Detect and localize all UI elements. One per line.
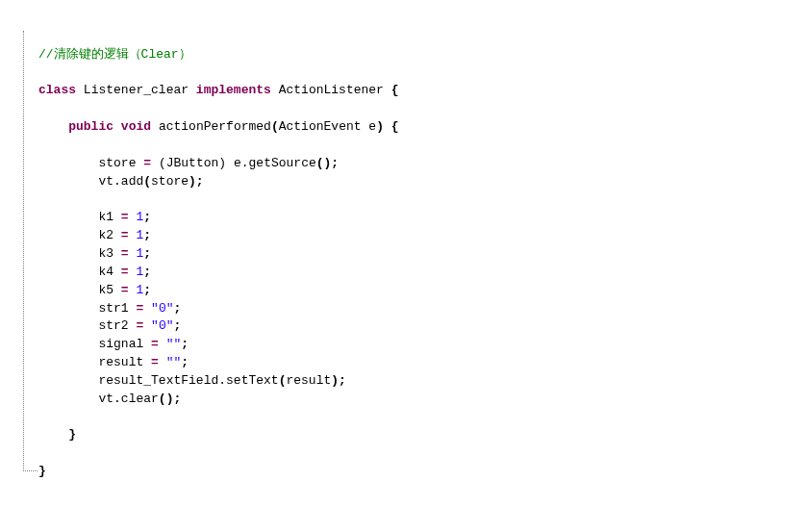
semicolon: ; (181, 337, 189, 351)
semicolon: ; (143, 228, 151, 242)
keyword-class: class (38, 83, 76, 97)
var-str2: str2 (98, 318, 128, 333)
semicolon: ; (143, 283, 151, 297)
expr: result_TextField.setText (98, 373, 278, 388)
semicolon: ; (143, 210, 151, 224)
brace-close: } (68, 427, 76, 442)
code-block: //清除键的逻辑（Clear） class Listener_clear imp… (0, 0, 805, 491)
str-literal: "" (166, 355, 182, 369)
call: (); (316, 156, 339, 170)
str-literal: "" (166, 337, 182, 351)
paren-open: ( (143, 174, 151, 189)
assign-op: = (151, 337, 159, 351)
paren-close: ); (331, 373, 346, 388)
assign-op: = (143, 156, 151, 170)
assign-op: = (151, 355, 159, 369)
class-name: Listener_clear (84, 83, 189, 97)
var-k4: k4 (98, 265, 113, 279)
semicolon: ; (173, 318, 181, 333)
expr: e.getSource (234, 156, 316, 170)
param-name: e (368, 119, 376, 134)
var-signal: signal (98, 337, 143, 351)
interface-name: ActionListener (279, 83, 384, 97)
assign-op: = (121, 228, 129, 242)
paren-close: ); (189, 174, 204, 189)
brace-close: } (38, 464, 46, 478)
arg: store (151, 174, 189, 189)
var-k2: k2 (98, 228, 113, 242)
expr: vt.add (98, 174, 143, 189)
var-k1: k1 (98, 210, 113, 224)
semicolon: ; (143, 265, 151, 279)
var-result: result (98, 355, 143, 369)
var-k5: k5 (98, 283, 113, 297)
method-name: actionPerformed (159, 119, 271, 134)
param-type: ActionEvent (279, 119, 362, 134)
assign-op: = (136, 318, 143, 333)
paren-open: ( (159, 156, 166, 170)
var-store: store (98, 156, 136, 170)
assign-op: = (121, 265, 129, 279)
cast-type: JButton (166, 156, 219, 170)
assign-op: = (136, 301, 143, 316)
assign-op: = (121, 283, 129, 297)
str-literal: "0" (151, 318, 173, 333)
keyword-implements: implements (196, 83, 271, 97)
assign-op: = (121, 210, 129, 224)
semicolon: ; (143, 246, 151, 261)
brace-open: { (391, 83, 399, 97)
arg: result (286, 373, 331, 388)
call: (); (159, 392, 181, 406)
comment-line: //清除键的逻辑（Clear） (38, 47, 191, 62)
collapse-guide (23, 31, 38, 471)
brace-open: { (391, 119, 399, 134)
semicolon: ; (181, 355, 189, 369)
var-str1: str1 (98, 301, 128, 316)
keyword-public: public (68, 119, 113, 134)
expr: vt.clear (98, 392, 158, 406)
keyword-void: void (121, 119, 151, 134)
paren-close: ) (218, 156, 226, 170)
semicolon: ; (173, 301, 181, 316)
assign-op: = (121, 246, 129, 261)
str-literal: "0" (151, 301, 173, 316)
paren-open: ( (271, 119, 279, 134)
paren-close: ) (376, 119, 384, 134)
var-k3: k3 (98, 246, 113, 261)
